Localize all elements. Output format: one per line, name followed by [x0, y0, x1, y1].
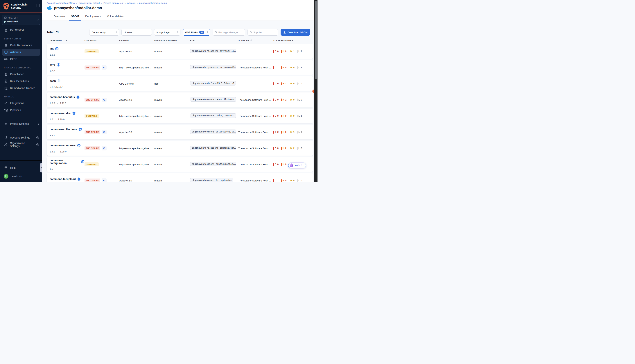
purl-pill[interactable]: pkg:maven/org.apache.commons/com… — [190, 146, 236, 150]
chevron-down-icon — [176, 31, 178, 33]
purl-pill[interactable]: pkg:maven/commons-collections/co… — [190, 130, 236, 134]
layers-icon[interactable] — [81, 160, 85, 164]
dependency-name: commons-compress — [50, 144, 76, 147]
purl-pill[interactable]: pkg:maven/commons-fileupload/… — [190, 178, 233, 182]
breadcrumb-link[interactable]: Project: pranay-test — [103, 2, 123, 4]
purl-pill[interactable]: pkg:maven/commons-beanutils/comm… — [190, 97, 236, 102]
dependency-filter-dropdown[interactable]: Dependency — [89, 29, 119, 36]
breadcrumb-link[interactable]: Account: Automation-SSCA — [47, 2, 75, 4]
column-header-supplier[interactable]: SUPPLIER — [238, 39, 273, 42]
purl-pill[interactable]: pkg:maven/org.apache.avro/avro@1… — [190, 65, 236, 69]
tab-overview[interactable]: Overview — [53, 12, 65, 20]
sidebar-item-remediation-tracker[interactable]: Remediation Tracker — [0, 84, 42, 92]
breadcrumb-link[interactable]: pranaycshah/todolist-demo — [139, 2, 167, 4]
ask-ai-button[interactable]: Ask AI — [288, 162, 306, 168]
purl-pill[interactable]: pkg:deb/ubuntu/bash@5.1-6ubuntu1 — [190, 81, 236, 86]
search-icon — [215, 31, 217, 34]
package-manager-cell: maven — [154, 98, 190, 101]
table-header: DEPENDENCY OSS RISKS LICENSE PACKAGE MAN… — [47, 39, 313, 42]
table-row[interactable]: commons-beanutils 1.8.3→1.11.0 END OF LI… — [47, 92, 313, 107]
supplier-cell: The Apache Software Foun… — [238, 131, 271, 134]
sort-desc-icon — [66, 40, 67, 41]
oss-risk-badge: END OF LIFE — [85, 98, 100, 102]
table-body: ant 1.6.5 OUTDATED Apache-2.0 maven pkg:… — [47, 44, 313, 182]
layers-icon[interactable] — [57, 63, 60, 66]
upgrade-arrow-icon: → — [56, 150, 59, 153]
breadcrumb-separator: > — [137, 2, 138, 4]
supplier-search-input[interactable] — [253, 31, 276, 34]
sidebar-item-organization-settings[interactable]: Organization Settings — [0, 141, 42, 148]
breadcrumb-link[interactable]: Organization: default — [78, 2, 100, 4]
sidebar-item-account-settings[interactable]: Account Settings — [0, 134, 42, 141]
info-icon[interactable] — [36, 143, 39, 146]
project-selector[interactable]: PROJECT pranay-test — [2, 15, 40, 25]
scrollbar-thumb[interactable] — [315, 1, 317, 79]
upgrade-arrow-icon: → — [54, 118, 57, 121]
medium-count: M0 — [289, 115, 295, 118]
user-name: Lavakush — [11, 175, 22, 178]
apps-grid-icon[interactable] — [36, 4, 40, 7]
purl-pill[interactable]: pkg:maven/commons-configuration/… — [190, 162, 236, 166]
sidebar-item-project-settings[interactable]: Project Settings — [0, 120, 42, 127]
table-row[interactable]: commons-fileupload END OF LIFE +1 Apache… — [47, 173, 313, 182]
medium-count: M2 — [289, 147, 295, 150]
sidebar-item-rule-definitions[interactable]: Rule Definitions — [0, 78, 42, 84]
dependency-version: 1.6.5 — [50, 54, 85, 56]
dependency-name: ant — [50, 47, 54, 50]
tab-sbom[interactable]: SBOM — [71, 12, 79, 20]
layers-icon[interactable] — [77, 144, 81, 147]
sidebar-item-compliance[interactable]: Compliance — [0, 71, 42, 78]
package-manager-search-input[interactable] — [219, 31, 243, 34]
oss-risk-extra[interactable]: +1 — [102, 130, 107, 134]
breadcrumb-link[interactable]: Artifacts — [127, 2, 135, 4]
sidebar-collapse-handle[interactable] — [40, 163, 42, 172]
supplier-cell: The Apache Software Foun… — [238, 66, 271, 69]
sidebar-item-help[interactable]: ? Help — [0, 164, 42, 171]
sidebar-item-label: Rule Definitions — [10, 80, 29, 82]
table-row[interactable]: commons-collections 3.2.1 END OF LIFE +1… — [47, 125, 313, 140]
sidebar-item-cicd[interactable]: CI/CD — [0, 56, 42, 62]
shield-logo-icon — [3, 2, 9, 10]
layers-icon[interactable] — [76, 95, 80, 99]
sidebar-item-pipelines[interactable]: Pipelines — [0, 106, 42, 114]
gear-icon — [4, 122, 8, 126]
main-content: Account: Automation-SSCA>Organization: d… — [42, 0, 317, 182]
oss-risk-extra[interactable]: +1 — [102, 178, 107, 182]
layers-icon[interactable] — [55, 47, 59, 50]
user-menu[interactable]: L Lavakush — [0, 171, 42, 182]
table-row[interactable]: bash 5.1-6ubuntu1 - GPL-3.0-only deb pkg… — [47, 76, 313, 91]
layers-icon[interactable] — [72, 111, 76, 115]
sidebar-item-code-repositories[interactable]: Code Repositories — [0, 42, 42, 48]
image-layer-filter-dropdown[interactable]: Image Layer — [154, 29, 180, 36]
low-count: L1 — [297, 115, 302, 118]
oss-risk-extra[interactable]: +1 — [102, 146, 107, 150]
sidebar-item-artifacts[interactable]: Artifacts — [2, 48, 40, 56]
oss-risk-extra[interactable]: +1 — [102, 65, 107, 70]
tab-deployments[interactable]: Deployments — [85, 12, 101, 20]
tab-vulnerabilities[interactable]: Vulnerabilities — [107, 12, 124, 20]
table-row[interactable]: commons-compress 1.4.1→1.28.0 END OF LIF… — [47, 141, 313, 156]
oss-risks-filter-dropdown[interactable]: OSS Risks 01 — [183, 29, 210, 36]
layers-icon[interactable] — [57, 79, 61, 83]
license-filter-dropdown[interactable]: License — [121, 29, 152, 36]
layers-icon[interactable] — [77, 177, 81, 181]
help-chat-icon: ? — [4, 166, 8, 170]
info-icon[interactable] — [36, 136, 39, 139]
high-count: H0 — [281, 179, 287, 182]
sidebar-item-integrations[interactable]: Integrations — [0, 100, 42, 106]
download-sbom-button[interactable]: Download SBOM — [281, 29, 310, 36]
table-row[interactable]: commons-codec 1.6→1.19.0 OUTDATED http--… — [47, 108, 313, 123]
page-title: pranaycshah/todolist-demo — [54, 6, 102, 10]
layers-icon[interactable] — [78, 128, 82, 131]
sidebar-item-label: Pipelines — [10, 108, 21, 112]
oss-risk-extra[interactable]: +1 — [102, 98, 107, 102]
purl-pill[interactable]: pkg:maven/commons-codec/commons-… — [190, 114, 236, 118]
scrollbar-track[interactable] — [314, 0, 317, 182]
sidebar-item-get-started[interactable]: Get Started — [0, 26, 42, 34]
table-row[interactable]: commons-configuration 1.6 OUTDATED http-… — [47, 157, 313, 172]
column-header-dependency[interactable]: DEPENDENCY — [47, 39, 85, 42]
low-count: L0 — [297, 98, 302, 101]
purl-pill[interactable]: pkg:maven/org.apache.ant/ant@1.6… — [190, 49, 236, 53]
table-row[interactable]: avro 1.7.7 END OF LIFE +1 http---www.apa… — [47, 60, 313, 75]
table-row[interactable]: ant 1.6.5 OUTDATED Apache-2.0 maven pkg:… — [47, 44, 313, 59]
